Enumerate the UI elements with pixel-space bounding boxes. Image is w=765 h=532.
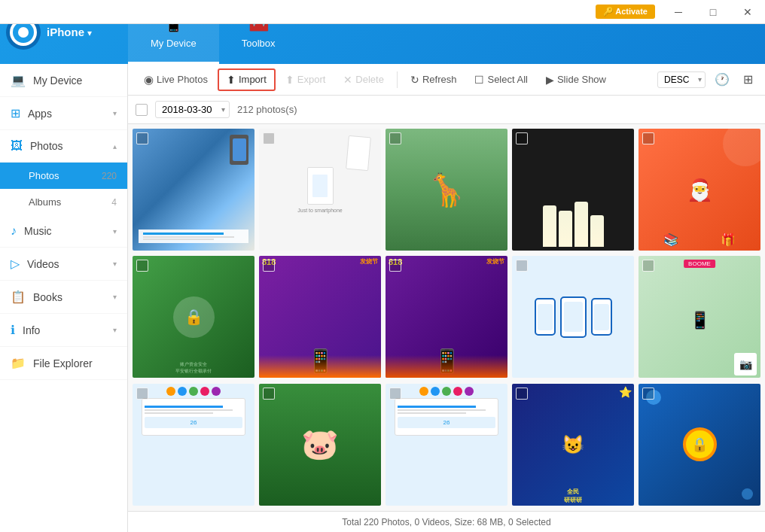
photos-badge: 220 — [102, 171, 117, 181]
refresh-button[interactable]: ↻ Refresh — [402, 69, 465, 90]
sidebar-item-photos[interactable]: 🖼 Photos ▴ — [0, 130, 127, 163]
status-bar: Total 220 Photos, 0 Videos, Size: 68 MB,… — [128, 511, 765, 532]
photos-chevron: ▴ — [113, 142, 117, 150]
maximize-button[interactable]: □ — [696, 0, 730, 24]
photo-cell[interactable] — [133, 129, 254, 251]
photo-cell[interactable]: 😺 全民研研研 ⭐ — [512, 384, 634, 506]
photo-cell[interactable]: 818 发烧节 📱 — [259, 256, 381, 378]
status-text: Total 220 Photos, 0 Videos, Size: 68 MB,… — [342, 517, 550, 527]
info-chevron: ▾ — [113, 326, 117, 334]
sidebar-sub-albums[interactable]: Albums 4 — [0, 189, 127, 215]
photo-cell[interactable]: 26 — [386, 384, 507, 506]
slide-show-icon: ▶ — [546, 74, 554, 86]
photos-icon: 🖼 — [11, 139, 23, 153]
photo-cell[interactable]: 🎅 📚 🎁 — [639, 129, 760, 251]
photo-checkbox[interactable] — [642, 260, 654, 272]
tab-toolbox-label: Toolbox — [242, 38, 276, 49]
sidebar-item-my-device[interactable]: 💻 My Device — [0, 64, 127, 97]
sort-wrapper: DESC ASC — [657, 71, 706, 88]
import-button[interactable]: ⬆ Import — [218, 68, 276, 91]
photo-checkbox[interactable] — [389, 132, 401, 144]
date-bar: 2018-03-30 212 photos(s) — [128, 96, 765, 124]
apps-icon: ⊞ — [11, 106, 20, 120]
photo-cell[interactable]: 🐷 — [259, 384, 381, 506]
my-device-icon: 💻 — [11, 73, 26, 87]
photo-cell[interactable]: 818 发烧节 📱 — [386, 256, 507, 378]
import-icon: ⬆ — [227, 74, 236, 86]
select-all-button[interactable]: ☐ Select All — [466, 69, 535, 90]
info-icon: ℹ — [11, 323, 15, 337]
grid-view-button[interactable]: ⊞ — [739, 69, 757, 90]
photo-cell[interactable]: 🦒 — [386, 129, 507, 251]
sidebar-item-apps[interactable]: ⊞ Apps ▾ — [0, 97, 127, 130]
live-photos-button[interactable]: ◉ Live Photos — [136, 68, 216, 91]
photo-checkbox[interactable] — [516, 388, 528, 400]
tab-my-device-label: My Device — [151, 38, 197, 49]
music-chevron: ▾ — [113, 227, 117, 236]
photo-cell[interactable]: 26 — [133, 384, 254, 506]
photo-checkbox[interactable] — [642, 388, 654, 400]
file-explorer-icon: 📁 — [11, 356, 26, 370]
photos-count: 212 photos(s) — [237, 104, 297, 115]
main-content: ◉ Live Photos ⬆ Import ⬆ Export ✕ Delete… — [128, 64, 765, 532]
photo-checkbox[interactable] — [516, 260, 528, 272]
sidebar-item-music[interactable]: ♪ Music ▾ — [0, 215, 127, 248]
sort-select[interactable]: DESC ASC — [657, 71, 706, 88]
photo-cell[interactable]: Just to smartphone — [259, 129, 381, 251]
sidebar-item-info[interactable]: ℹ Info ▾ — [0, 314, 127, 347]
videos-icon: ▷ — [11, 257, 20, 271]
videos-chevron: ▾ — [113, 260, 117, 268]
books-chevron: ▾ — [113, 293, 117, 301]
activate-button[interactable]: 🔑 Activate — [596, 5, 655, 19]
photo-checkbox[interactable] — [642, 132, 654, 144]
select-all-icon: ☐ — [474, 74, 484, 86]
photo-checkbox[interactable] — [516, 132, 528, 144]
photo-cell[interactable]: 🔒 — [639, 384, 760, 506]
close-button[interactable]: ✕ — [730, 0, 765, 24]
sidebar-item-videos[interactable]: ▷ Videos ▾ — [0, 248, 127, 281]
sidebar-item-file-explorer[interactable]: 📁 File Explorer — [0, 347, 127, 380]
export-button[interactable]: ⬆ Export — [277, 69, 334, 90]
live-photos-icon: ◉ — [144, 73, 154, 87]
date-wrapper: 2018-03-30 — [155, 101, 230, 118]
clock-view-button[interactable]: 🕐 — [710, 69, 734, 90]
sidebar-sub-photos[interactable]: Photos 220 — [0, 163, 127, 189]
photo-checkbox[interactable] — [263, 388, 275, 400]
delete-icon: ✕ — [343, 74, 352, 86]
photo-grid: Just to smartphone 🦒 🎅 — [128, 124, 765, 511]
photo-checkbox[interactable] — [136, 132, 148, 144]
photo-checkbox[interactable] — [136, 388, 148, 400]
toolbar-right: DESC ASC 🕐 ⊞ — [657, 69, 757, 90]
photo-checkbox[interactable] — [389, 388, 401, 400]
music-icon: ♪ — [11, 224, 17, 238]
apps-chevron: ▾ — [113, 109, 117, 117]
refresh-icon: ↻ — [410, 74, 419, 86]
photo-checkbox[interactable] — [263, 260, 275, 272]
toolbar-separator — [397, 71, 398, 88]
photo-cell[interactable] — [512, 256, 634, 378]
photo-checkbox[interactable] — [136, 260, 148, 272]
slide-show-button[interactable]: ▶ Slide Show — [538, 69, 614, 90]
export-icon: ⬆ — [285, 74, 294, 86]
date-select[interactable]: 2018-03-30 — [155, 101, 230, 118]
photo-cell[interactable]: 🔒 账户资金安全平安银行全额承付 — [133, 256, 254, 378]
date-checkbox[interactable] — [136, 104, 148, 116]
books-icon: 📋 — [11, 290, 26, 304]
device-name-header[interactable]: iPhone ▾ — [47, 26, 92, 39]
photo-cell[interactable]: BOOME 📱 📷 — [639, 256, 760, 378]
photo-checkbox[interactable] — [263, 132, 275, 144]
minimize-button[interactable]: ─ — [661, 0, 696, 24]
delete-button[interactable]: ✕ Delete — [335, 69, 392, 90]
photo-cell[interactable] — [512, 129, 634, 251]
toolbar: ◉ Live Photos ⬆ Import ⬆ Export ✕ Delete… — [128, 64, 765, 96]
sidebar: 💻 My Device ⊞ Apps ▾ 🖼 Photos ▴ Photos 2… — [0, 64, 128, 532]
sidebar-item-books[interactable]: 📋 Books ▾ — [0, 281, 127, 314]
albums-badge: 4 — [111, 197, 117, 208]
titlebar: 🔑 Activate ─ □ ✕ — [0, 0, 765, 24]
photo-checkbox[interactable] — [389, 260, 401, 272]
